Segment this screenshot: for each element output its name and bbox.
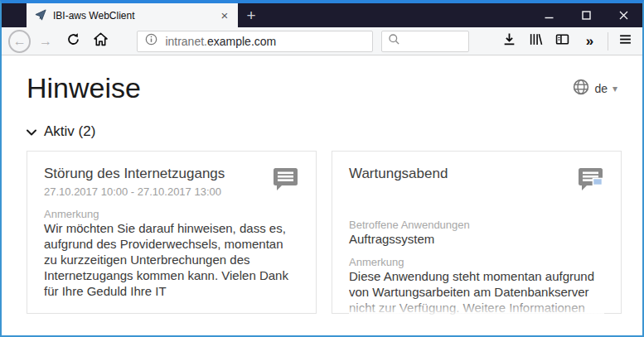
library-button[interactable] (525, 30, 546, 53)
new-tab-button[interactable]: + (238, 3, 264, 27)
download-icon (502, 32, 516, 50)
field-value: Diese Anwendung steht momentan aufgrund … (349, 268, 604, 316)
maximize-button[interactable] (568, 3, 605, 27)
truncated-text-container: Diese Anwendung steht momentan aufgrund … (349, 268, 604, 316)
back-button[interactable]: ← (8, 30, 31, 53)
language-code: de (594, 82, 608, 95)
globe-icon (573, 79, 589, 99)
sidebar-icon (555, 32, 569, 50)
sidebar-button[interactable] (552, 30, 573, 53)
back-icon: ← (13, 35, 27, 48)
reload-button[interactable] (64, 30, 83, 53)
card-date-range: 27.10.2017 10:00 - 27.10.2017 13:00 (44, 185, 225, 198)
forward-icon: → (39, 34, 52, 49)
field-value: Wir möchten Sie darauf hinweisen, dass e… (44, 220, 299, 299)
tab-bar: IBI-aws WebClient × + (2, 3, 642, 27)
card-header: Störung des Internetzugangs 27.10.2017 1… (44, 166, 299, 198)
url-subdomain: intranet. (165, 35, 207, 48)
forward-button[interactable]: → (36, 30, 55, 53)
url-domain: example.com (207, 35, 276, 48)
home-icon (94, 32, 108, 50)
section-aktiv-toggle[interactable]: Aktiv (2) (2, 104, 642, 140)
hamburger-menu-icon (618, 32, 632, 50)
page-content: Hinweise de ▾ Akti (2, 55, 642, 335)
search-input[interactable] (381, 31, 469, 52)
notice-card-stoerung: Störung des Internetzugangs 27.10.2017 1… (27, 151, 317, 314)
message-icon (272, 166, 299, 195)
field-label: Betroffene Anwendungen (349, 219, 604, 231)
notice-card-wartung: Wartungsabend Betroffene Anwendung (332, 151, 622, 314)
search-icon (388, 33, 400, 49)
url-bar[interactable]: intranet.example.com (137, 31, 373, 52)
overflow-chevrons-icon: » (586, 33, 593, 50)
window-controls (530, 3, 642, 27)
titlebar-drag-area[interactable] (264, 3, 530, 27)
toolbar-separator (608, 32, 608, 51)
home-button[interactable] (91, 30, 110, 53)
page-header: Hinweise de ▾ (2, 55, 642, 104)
notice-cards: Störung des Internetzugangs 27.10.2017 1… (2, 140, 642, 314)
section-label: Aktiv (2) (44, 123, 95, 140)
tab-close-icon[interactable]: × (216, 7, 233, 24)
menu-button[interactable] (615, 30, 636, 53)
close-button[interactable] (605, 3, 642, 27)
library-icon (529, 32, 543, 50)
language-selector[interactable]: de ▾ (573, 79, 617, 99)
browser-tab[interactable]: IBI-aws WebClient × (27, 3, 238, 27)
tab-title: IBI-aws WebClient (53, 10, 211, 22)
url-text: intranet.example.com (165, 34, 276, 49)
page-title: Hinweise (27, 72, 141, 104)
reload-icon (66, 32, 80, 50)
ibi-aws-favicon-icon (34, 9, 47, 22)
card-title: Wartungsabend (349, 166, 448, 182)
navigation-toolbar: ← → (2, 27, 642, 55)
download-button[interactable] (499, 30, 520, 53)
card-header: Wartungsabend (349, 166, 604, 195)
browser-window: IBI-aws WebClient × + ← → (0, 0, 644, 337)
field-value: Auftragssystem (349, 231, 604, 247)
field-label: Anmerkung (349, 256, 604, 268)
caret-down-icon: ▾ (613, 83, 617, 94)
minimize-button[interactable] (530, 3, 568, 27)
info-icon[interactable] (145, 33, 157, 49)
tabbar-spacer (2, 3, 27, 27)
chevron-down-icon (27, 124, 36, 139)
card-title: Störung des Internetzugangs (44, 166, 225, 182)
field-label: Anmerkung (44, 208, 299, 220)
message-status-icon (577, 166, 604, 195)
overflow-button[interactable]: » (579, 30, 599, 53)
